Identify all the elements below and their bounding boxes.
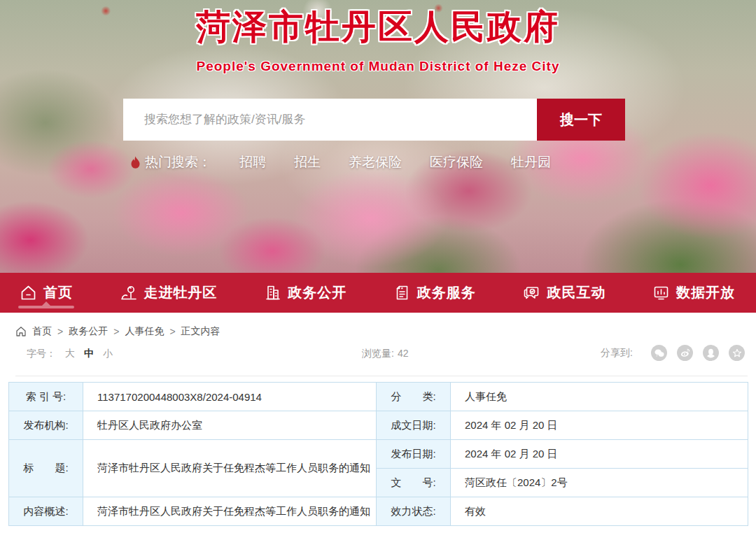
hot-search-link-recruit[interactable]: 招聘: [239, 153, 266, 171]
search-bar: 搜一下: [123, 99, 625, 141]
nav-item-gov-disclosure[interactable]: 政务公开: [264, 273, 346, 313]
nav-item-label: 政民互动: [547, 283, 606, 302]
breadcrumb-home-icon: [15, 326, 27, 337]
qq-share-icon[interactable]: [703, 345, 719, 361]
table-row: 索 引 号: 1137170200448003X8/2024-04914 分 类…: [9, 383, 748, 411]
share-bar: 分享到:: [601, 345, 745, 361]
nav-item-home[interactable]: 首页: [20, 273, 73, 313]
nav-item-open-data[interactable]: 数据开放: [652, 273, 735, 313]
written-date-value: 2024 年 02 月 20 日: [451, 411, 748, 440]
document-icon: [393, 284, 411, 301]
font-size-medium-button[interactable]: 中: [84, 348, 94, 360]
doc-title-value: 菏泽市牡丹区人民政府关于任免程杰等工作人员职务的通知: [83, 440, 377, 497]
table-row: 标 题: 菏泽市牡丹区人民政府关于任免程杰等工作人员职务的通知 发布日期: 20…: [9, 440, 748, 469]
banner-photo: 菏泽市牡丹区人民政府 People's Government of Mudan …: [0, 0, 756, 273]
qzone-share-icon[interactable]: [729, 345, 745, 361]
breadcrumb-item-personnel[interactable]: 人事任免: [125, 325, 164, 338]
page: 菏泽市牡丹区人民政府 People's Government of Mudan …: [0, 0, 756, 533]
share-label: 分享到:: [601, 347, 633, 360]
article-meta-row: 字号： 大 中 小 浏览量:42 分享到:: [0, 342, 756, 367]
wechat-share-icon[interactable]: [651, 345, 667, 361]
category-value: 人事任免: [451, 383, 748, 411]
site-title: 菏泽市牡丹区人民政府: [0, 4, 756, 50]
hot-search-link-medical[interactable]: 医疗保险: [430, 153, 483, 171]
home-icon: [20, 284, 37, 301]
validity-label: 效力状态:: [377, 497, 451, 526]
scenery-icon: [120, 284, 138, 302]
chat-icon: [522, 284, 540, 302]
breadcrumb-item-gov-disclosure[interactable]: 政务公开: [69, 325, 108, 338]
view-count-label: 浏览量:: [362, 348, 394, 359]
written-date-label: 成文日期:: [377, 411, 451, 440]
table-row: 内容概述: 菏泽市牡丹区人民政府关于任免程杰等工作人员职务的通知 效力状态: 有…: [9, 497, 748, 526]
summary-label: 内容概述:: [9, 497, 83, 526]
nav-item-label: 政务服务: [417, 283, 476, 302]
flame-icon: [130, 156, 141, 169]
doc-number-label: 文 号:: [377, 469, 451, 497]
breadcrumb-separator: >: [57, 326, 63, 337]
breadcrumb-separator: >: [169, 326, 175, 337]
hot-search-link-pension[interactable]: 养老保险: [349, 153, 402, 171]
search-input[interactable]: [123, 99, 537, 141]
building-icon: [264, 284, 281, 301]
publish-date-label: 发布日期:: [377, 440, 451, 469]
view-count: 浏览量:42: [362, 348, 408, 360]
breadcrumb-item-home[interactable]: 首页: [32, 325, 52, 338]
nav-item-label: 政务公开: [288, 283, 346, 302]
data-icon: [652, 284, 670, 301]
font-size-large-button[interactable]: 大: [65, 348, 75, 360]
nav-item-label: 走进牡丹区: [144, 283, 218, 302]
nav-item-gov-services[interactable]: 政务服务: [393, 273, 476, 313]
index-number-value: 1137170200448003X8/2024-04914: [83, 383, 377, 411]
section-divider: [15, 376, 748, 376]
category-label: 分 类:: [377, 383, 451, 411]
index-number-label: 索 引 号:: [9, 383, 83, 411]
main-nav: 首页 走进牡丹区: [0, 273, 756, 313]
validity-value: 有效: [451, 497, 748, 526]
doc-title-label: 标 题:: [9, 440, 83, 497]
font-size-small-button[interactable]: 小: [103, 348, 113, 360]
view-count-value: 42: [398, 348, 409, 359]
doc-info-table: 索 引 号: 1137170200448003X8/2024-04914 分 类…: [8, 382, 748, 526]
nav-item-interaction[interactable]: 政民互动: [522, 273, 606, 313]
hot-search-row: 热门搜索： 招聘 招生 养老保险 医疗保险 牡丹园: [130, 153, 551, 171]
publish-date-value: 2024 年 02 月 20 日: [451, 440, 748, 469]
summary-value: 菏泽市牡丹区人民政府关于任免程杰等工作人员职务的通知: [83, 497, 377, 526]
doc-number-value: 菏区政任〔2024〕2号: [451, 469, 748, 497]
breadcrumb: 首页 > 政务公开 > 人事任免 > 正文内容: [0, 313, 756, 338]
issuing-agency-label: 发布机构:: [9, 411, 83, 440]
font-size-label: 字号：: [27, 348, 56, 360]
hot-search-link-peony-garden[interactable]: 牡丹园: [511, 153, 551, 171]
issuing-agency-value: 牡丹区人民政府办公室: [83, 411, 377, 440]
nav-item-label: 首页: [43, 283, 73, 302]
weibo-share-icon[interactable]: [677, 345, 693, 361]
hot-search-link-enrollment[interactable]: 招生: [294, 153, 321, 171]
font-size-control: 字号： 大 中 小: [27, 348, 113, 360]
nav-item-about-mudan[interactable]: 走进牡丹区: [120, 273, 218, 313]
site-subtitle-english: People's Government of Mudan District of…: [0, 59, 756, 74]
hot-search-label: 热门搜索：: [145, 153, 211, 171]
search-button[interactable]: 搜一下: [537, 99, 625, 141]
table-row: 发布机构: 牡丹区人民政府办公室 成文日期: 2024 年 02 月 20 日: [9, 411, 748, 440]
breadcrumb-item-article: 正文内容: [181, 325, 220, 338]
breadcrumb-separator: >: [113, 326, 119, 337]
nav-item-label: 数据开放: [676, 283, 735, 302]
